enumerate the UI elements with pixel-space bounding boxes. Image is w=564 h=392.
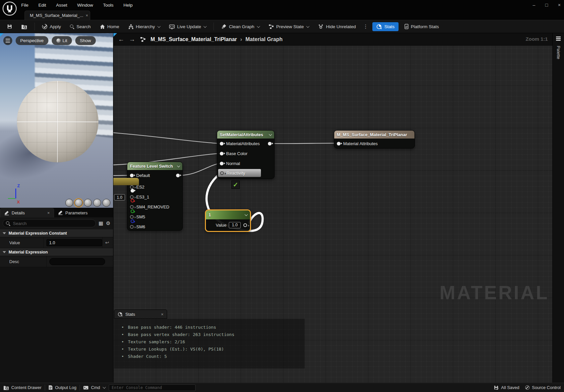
- pin-row-value[interactable]: Value 1.0: [206, 219, 250, 231]
- asset-tab-material[interactable]: M_MS_Surface_Material_... ×: [25, 11, 90, 20]
- close-window-button[interactable]: ×: [558, 2, 561, 8]
- details-tab-close-icon[interactable]: ×: [47, 210, 50, 215]
- pin-row-es3-1[interactable]: ES3_1: [127, 192, 182, 202]
- shape-cylinder-button[interactable]: [65, 199, 73, 207]
- pin-row-sm4-removed[interactable]: SM4_REMOVED: [127, 202, 182, 212]
- node-header[interactable]: Feature Level Switch: [127, 162, 182, 170]
- chevron-down-icon[interactable]: [177, 164, 180, 167]
- input-pin[interactable]: [130, 174, 134, 177]
- all-saved-status[interactable]: All Saved: [494, 385, 519, 390]
- navigate-forward-icon[interactable]: →: [129, 36, 135, 43]
- material-graph-canvas[interactable]: ← → M_MS_Surface_Material_TriPlanar › Ma…: [113, 33, 552, 383]
- menu-window[interactable]: Window: [77, 3, 93, 8]
- breadcrumb-material-name[interactable]: M_MS_Surface_Material_TriPlanar: [151, 36, 237, 42]
- shape-sphere-button[interactable]: [75, 199, 83, 207]
- node-header[interactable]: M_MS_Surface_Material_TriPlanar: [334, 131, 414, 139]
- occluded-node-output-pin-rgb[interactable]: [131, 189, 134, 193]
- preview-state-button[interactable]: Preview State: [266, 23, 312, 31]
- tab-details[interactable]: Details ×: [0, 208, 54, 217]
- browse-to-asset-button[interactable]: [18, 23, 30, 31]
- input-pin[interactable]: [130, 195, 134, 199]
- node-constant-selected[interactable]: 1 Value 1.0: [205, 209, 251, 232]
- preview-viewport[interactable]: Perspective Lit Show Z X: [0, 33, 113, 208]
- pin-row-reactivity-highlighted[interactable]: Reactivity: [218, 169, 261, 177]
- stats-toggle-button[interactable]: Stats: [372, 22, 399, 31]
- desc-input[interactable]: [49, 258, 105, 265]
- menu-tools[interactable]: Tools: [103, 3, 114, 8]
- pin-row-sm5[interactable]: SM5: [127, 212, 182, 222]
- menu-file[interactable]: File: [21, 3, 29, 8]
- shape-mesh-button[interactable]: [102, 199, 110, 207]
- clean-graph-button[interactable]: Clean Graph: [218, 22, 263, 31]
- shape-cube-button[interactable]: [93, 199, 101, 207]
- pin-row-material-attributes[interactable]: MaterialAttributes: [217, 139, 274, 148]
- input-pin[interactable]: [220, 162, 223, 165]
- chevron-down-icon[interactable]: [269, 133, 272, 136]
- input-pin[interactable]: [220, 152, 223, 155]
- lit-mode-button[interactable]: Lit: [52, 36, 72, 45]
- palette-tab[interactable]: Palette: [556, 46, 561, 59]
- hide-unrelated-button[interactable]: Hide Unrelated: [315, 23, 359, 31]
- value-input[interactable]: 1.0: [46, 239, 102, 246]
- stats-panel-tab[interactable]: Stats ×: [114, 309, 167, 319]
- occluded-node-output-pin-b[interactable]: [131, 219, 134, 223]
- home-button[interactable]: Home: [97, 23, 122, 31]
- save-button[interactable]: [4, 22, 15, 31]
- input-pin[interactable]: [220, 171, 224, 175]
- tab-close-icon[interactable]: ×: [86, 13, 88, 18]
- section-material-expression[interactable]: Material Expression: [0, 248, 113, 256]
- input-pin[interactable]: [130, 205, 134, 209]
- pin-row-base-color[interactable]: Base Color: [217, 148, 274, 158]
- pin-row-sm6[interactable]: SM6: [127, 222, 182, 232]
- node-set-material-attributes[interactable]: SetMaterialAttributes MaterialAttributes…: [217, 130, 275, 179]
- apply-button[interactable]: Apply: [39, 22, 64, 31]
- stats-panel-close-icon[interactable]: ×: [161, 312, 163, 317]
- unreal-engine-logo-icon[interactable]: [2, 1, 17, 16]
- maximize-button[interactable]: □: [545, 2, 548, 8]
- hierarchy-button[interactable]: Hierarchy: [125, 23, 163, 31]
- section-material-expression-constant[interactable]: Material Expression Constant: [0, 229, 113, 237]
- minimize-button[interactable]: –: [533, 2, 535, 8]
- reset-to-default-icon[interactable]: ↩: [102, 237, 111, 248]
- output-pin[interactable]: [268, 142, 272, 145]
- node-material-result[interactable]: M_MS_Surface_Material_TriPlanar Material…: [334, 130, 415, 148]
- tab-parameters[interactable]: Parameters: [54, 208, 92, 217]
- output-pin[interactable]: [176, 174, 180, 177]
- details-search-input[interactable]: [3, 219, 96, 227]
- node-header[interactable]: 1: [206, 210, 250, 219]
- shape-plane-button[interactable]: [84, 199, 92, 207]
- source-control-button[interactable]: Source Control: [525, 385, 561, 390]
- menu-help[interactable]: Help: [123, 3, 133, 8]
- display-options-grid-icon[interactable]: ▦: [98, 220, 103, 226]
- content-drawer-button[interactable]: Content Drawer: [3, 385, 41, 390]
- input-pin[interactable]: [130, 215, 134, 219]
- live-update-button[interactable]: Live Update: [166, 23, 209, 31]
- platform-stats-button[interactable]: Platform Stats: [402, 22, 442, 31]
- navigate-back-icon[interactable]: ←: [118, 36, 124, 43]
- settings-gear-icon[interactable]: ⚙: [106, 220, 110, 226]
- show-button[interactable]: Show: [75, 36, 96, 45]
- palette-icon[interactable]: [556, 36, 561, 41]
- console-command-input[interactable]: [109, 384, 196, 391]
- cmd-selector[interactable]: Cmd: [83, 385, 105, 390]
- menu-edit[interactable]: Edit: [38, 3, 46, 8]
- input-pin[interactable]: [130, 225, 134, 229]
- node-header[interactable]: SetMaterialAttributes: [217, 131, 274, 139]
- viewport-menu-icon[interactable]: [3, 36, 12, 45]
- chevron-down-icon[interactable]: [245, 213, 248, 216]
- menu-asset[interactable]: Asset: [56, 3, 67, 8]
- input-pin[interactable]: [130, 185, 134, 189]
- node-feature-level-switch[interactable]: Feature Level Switch Default ES2 ES3_1 S…: [127, 162, 183, 231]
- pin-row-normal[interactable]: Normal: [217, 158, 274, 168]
- constant-value-box[interactable]: 1.0: [229, 222, 241, 228]
- toolbar-overflow-menu-icon[interactable]: ⋮: [362, 24, 369, 29]
- offscreen-node-value-box[interactable]: 1.0: [114, 194, 125, 200]
- occluded-node-output-pin-r[interactable]: [131, 199, 134, 202]
- pin-row-material-attributes[interactable]: Material Attributes: [334, 139, 414, 148]
- input-pin[interactable]: [220, 142, 223, 145]
- perspective-button[interactable]: Perspective: [16, 36, 48, 45]
- occluded-node-output-pin-g[interactable]: [131, 209, 134, 213]
- search-button[interactable]: Search: [67, 23, 94, 31]
- occluded-node-header-fragment[interactable]: [113, 178, 139, 185]
- breadcrumb-material-graph[interactable]: Material Graph: [245, 36, 282, 42]
